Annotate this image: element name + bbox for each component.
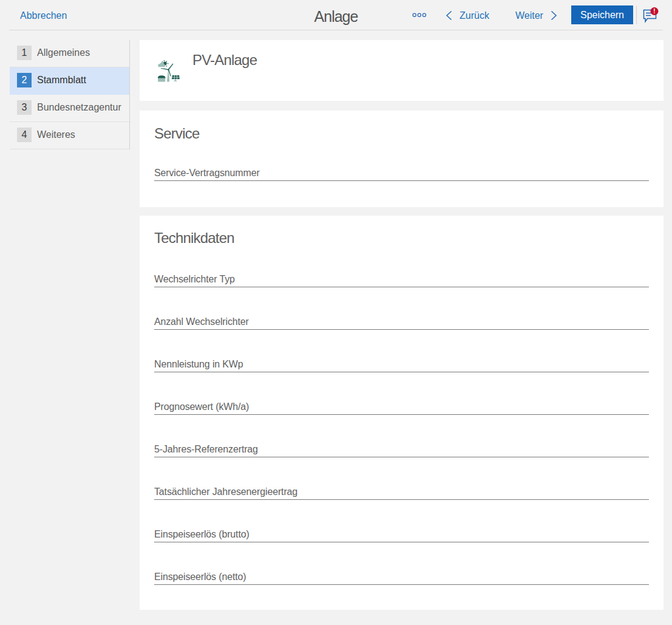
svg-text:!: ! (653, 8, 655, 15)
